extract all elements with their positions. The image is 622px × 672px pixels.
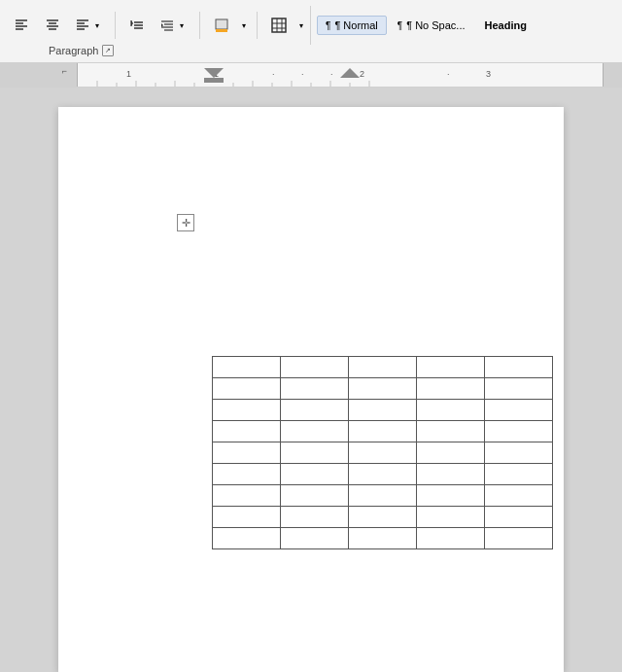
table-cell[interactable] bbox=[349, 421, 417, 442]
ruler-left-margin: ⌐ bbox=[0, 63, 78, 87]
paragraph-section-label: Paragraph ↗ bbox=[49, 45, 114, 56]
align-left-button[interactable] bbox=[8, 14, 35, 37]
ruler-right-margin bbox=[603, 63, 622, 87]
table-cell[interactable] bbox=[485, 485, 553, 507]
table-cell[interactable] bbox=[213, 507, 281, 528]
svg-text:3: 3 bbox=[486, 69, 491, 79]
borders-dropdown-arrow[interactable]: ▾ bbox=[296, 20, 306, 30]
table-cell[interactable] bbox=[417, 400, 485, 421]
table-cell[interactable] bbox=[485, 378, 553, 400]
table-cell[interactable] bbox=[417, 507, 485, 528]
table-row[interactable] bbox=[213, 357, 553, 378]
paragraph-expand-button[interactable]: ↗ bbox=[102, 45, 114, 56]
align-center-button[interactable] bbox=[39, 14, 66, 37]
align-icon bbox=[75, 18, 90, 33]
table-cell[interactable] bbox=[281, 421, 349, 442]
separator-1 bbox=[115, 12, 116, 39]
table-cell[interactable] bbox=[349, 464, 417, 485]
ruler-white-area[interactable]: 1 1 · · · 2 · 3 bbox=[78, 63, 603, 87]
align-left-icon bbox=[14, 18, 29, 33]
move-icon: ✛ bbox=[182, 217, 190, 230]
table-cell[interactable] bbox=[349, 442, 417, 464]
table-cell[interactable] bbox=[349, 400, 417, 421]
table-cell[interactable] bbox=[281, 378, 349, 400]
align-dropdown[interactable]: ▾ bbox=[70, 15, 107, 36]
chevron-down-icon-2: ▾ bbox=[177, 20, 187, 30]
table-row[interactable] bbox=[213, 442, 553, 464]
svg-rect-24 bbox=[272, 18, 286, 32]
table-cell[interactable] bbox=[281, 442, 349, 464]
table-cell[interactable] bbox=[213, 464, 281, 485]
styles-section: ¶ ¶ Normal ¶ ¶ No Spac... Heading bbox=[310, 6, 541, 45]
table-cell[interactable] bbox=[213, 421, 281, 442]
svg-rect-22 bbox=[216, 19, 227, 29]
table-cell[interactable] bbox=[213, 378, 281, 400]
table-cell[interactable] bbox=[213, 528, 281, 549]
table-cell[interactable] bbox=[349, 485, 417, 507]
table-cell[interactable] bbox=[213, 400, 281, 421]
table-cell[interactable] bbox=[485, 464, 553, 485]
indent-marker bbox=[204, 68, 224, 78]
heading-style-button[interactable]: Heading bbox=[476, 16, 536, 35]
table-cell[interactable] bbox=[417, 464, 485, 485]
table-move-handle[interactable]: ✛ bbox=[177, 214, 194, 231]
table-cell[interactable] bbox=[417, 442, 485, 464]
paragraph-mark-normal: ¶ bbox=[326, 20, 330, 31]
shading-dropdown-arrow[interactable]: ▾ bbox=[239, 20, 249, 30]
shading-button[interactable] bbox=[208, 14, 235, 37]
separator-3 bbox=[257, 12, 258, 39]
ruler-container: ⌐ 1 1 · · · 2 · 3 bbox=[0, 63, 622, 87]
table-row[interactable] bbox=[213, 464, 553, 485]
table-cell[interactable] bbox=[213, 442, 281, 464]
word-table[interactable] bbox=[212, 356, 553, 549]
table-cell[interactable] bbox=[349, 528, 417, 549]
table-cell[interactable] bbox=[485, 528, 553, 549]
table-row[interactable] bbox=[213, 400, 553, 421]
table-cell[interactable] bbox=[281, 507, 349, 528]
separator-2 bbox=[199, 12, 200, 39]
svg-text:·: · bbox=[272, 69, 275, 79]
table-cell[interactable] bbox=[281, 464, 349, 485]
borders-icon bbox=[271, 18, 287, 33]
paragraph-text: Paragraph bbox=[49, 45, 98, 56]
table-cell[interactable] bbox=[417, 357, 485, 378]
table-cell[interactable] bbox=[349, 378, 417, 400]
svg-rect-51 bbox=[204, 78, 224, 83]
table-cell[interactable] bbox=[417, 421, 485, 442]
table-row[interactable] bbox=[213, 485, 553, 507]
table-cell[interactable] bbox=[485, 507, 553, 528]
table-row[interactable] bbox=[213, 378, 553, 400]
table-cell[interactable] bbox=[213, 357, 281, 378]
toolbar: ▾ bbox=[0, 0, 622, 63]
no-space-style-button[interactable]: ¶ ¶ No Spac... bbox=[389, 16, 474, 35]
table-cell[interactable] bbox=[281, 357, 349, 378]
table-row[interactable] bbox=[213, 421, 553, 442]
table-cell[interactable] bbox=[417, 485, 485, 507]
table-cell[interactable] bbox=[349, 507, 417, 528]
document-area: ✛ bbox=[0, 88, 622, 672]
table-cell[interactable] bbox=[281, 400, 349, 421]
table-cell[interactable] bbox=[349, 357, 417, 378]
normal-style-button[interactable]: ¶ ¶ Normal bbox=[317, 16, 387, 35]
table-cell[interactable] bbox=[485, 421, 553, 442]
table-row[interactable] bbox=[213, 528, 553, 549]
line-spacing-button[interactable] bbox=[123, 14, 151, 37]
table-cell[interactable] bbox=[417, 528, 485, 549]
table-cell[interactable] bbox=[485, 357, 553, 378]
table-cell[interactable] bbox=[213, 485, 281, 507]
table-cell[interactable] bbox=[485, 442, 553, 464]
no-space-style-label: ¶ No Spac... bbox=[406, 19, 465, 31]
borders-button[interactable] bbox=[265, 14, 293, 37]
table-cell[interactable] bbox=[417, 378, 485, 400]
line-spacing-dropdown[interactable]: ▾ bbox=[155, 15, 191, 36]
table-cell[interactable] bbox=[281, 528, 349, 549]
svg-marker-52 bbox=[340, 68, 360, 78]
indent-icon bbox=[159, 18, 175, 33]
svg-text:1: 1 bbox=[126, 69, 131, 79]
table-row[interactable] bbox=[213, 507, 553, 528]
table-cell[interactable] bbox=[485, 400, 553, 421]
table-cell[interactable] bbox=[281, 485, 349, 507]
ruler: ⌐ 1 1 · · · 2 · 3 bbox=[0, 63, 622, 88]
paragraph-mark-nospace: ¶ bbox=[397, 20, 402, 31]
tab-marker-left: ⌐ bbox=[62, 66, 67, 76]
